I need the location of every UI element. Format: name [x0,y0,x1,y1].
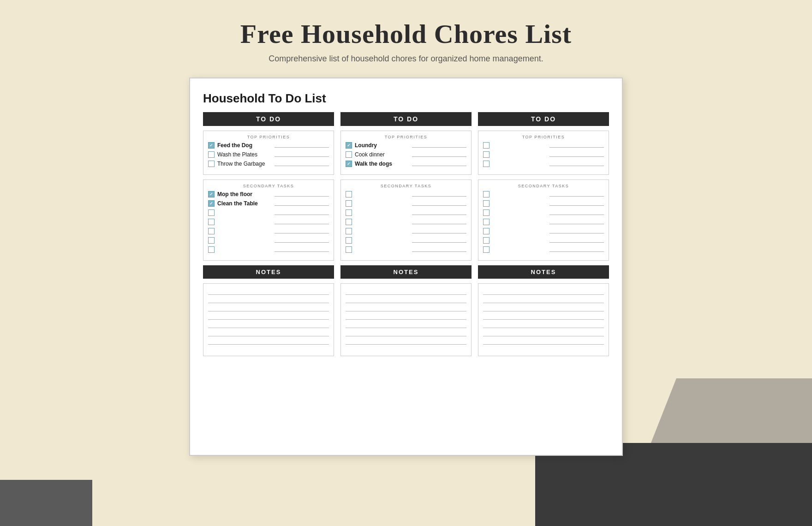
top-task-item-3-2[interactable] [483,151,604,158]
task-line-top-3-2 [549,156,604,157]
task-line-top-2-1 [412,147,466,148]
top-priorities-label-1: TOP PRIORITIES [208,135,329,139]
notes-line-3-5 [483,320,604,328]
task-line-sec-2-4 [412,224,466,224]
checkbox-sec-1-5[interactable] [208,228,215,234]
checkbox-top-3-1[interactable] [483,142,490,149]
sec-task-item-2-7[interactable] [346,246,466,253]
sec-task-item-3-5[interactable] [483,228,604,234]
top-task-item-3-3[interactable] [483,161,604,167]
notes-box-3[interactable] [478,283,609,356]
checkbox-sec-3-3[interactable] [483,209,490,216]
notes-line-3-8 [483,345,604,353]
checkbox-sec-3-2[interactable] [483,200,490,207]
sec-task-item-1-1[interactable]: Mop the floor [208,191,329,197]
checkbox-sec-2-3[interactable] [346,209,352,216]
task-line-top-1-3 [275,166,329,166]
top-task-item-2-2[interactable]: Cook dinner [346,151,466,158]
checkbox-top-2-3[interactable] [346,161,352,167]
notes-box-1[interactable] [203,283,334,356]
secondary-label-2: SECONDARY TASKS [346,184,466,188]
task-text-top-2-2: Cook dinner [355,151,409,158]
sec-task-item-3-6[interactable] [483,237,604,244]
notes-line-3-2 [483,295,604,303]
sec-task-item-2-5[interactable] [346,228,466,234]
sec-task-item-2-3[interactable] [346,209,466,216]
sec-task-item-1-2[interactable]: Clean the Table [208,200,329,207]
notes-box-2[interactable] [340,283,472,356]
sec-task-item-2-4[interactable] [346,219,466,225]
sec-task-item-2-2[interactable] [346,200,466,207]
checkbox-top-1-2[interactable] [208,151,215,158]
task-line-top-3-1 [549,147,604,148]
sec-task-item-1-7[interactable] [208,246,329,253]
checkbox-sec-2-6[interactable] [346,237,352,244]
checkbox-sec-1-6[interactable] [208,237,215,244]
checkbox-sec-2-5[interactable] [346,228,352,234]
task-line-top-2-3 [412,166,466,166]
notes-line-2-8 [346,345,466,353]
sec-task-item-2-1[interactable] [346,191,466,197]
sec-task-item-1-3[interactable] [208,209,329,216]
notes-line-1-1 [208,287,329,295]
notes-line-3-3 [483,303,604,311]
checkbox-top-2-2[interactable] [346,151,352,158]
top-task-item-1-1[interactable]: Feed the Dog [208,142,329,149]
sec-task-item-1-5[interactable] [208,228,329,234]
notes-line-2-1 [346,287,466,295]
checkbox-sec-1-4[interactable] [208,219,215,225]
task-line-top-3-3 [549,166,604,166]
checkbox-sec-2-4[interactable] [346,219,352,225]
sec-task-item-3-1[interactable] [483,191,604,197]
task-line-sec-1-1 [275,196,329,197]
task-line-sec-2-5 [412,233,466,233]
checkbox-top-3-3[interactable] [483,161,490,167]
checkbox-sec-1-2[interactable] [208,200,215,207]
notes-line-1-7 [208,336,329,345]
checkbox-top-3-2[interactable] [483,151,490,158]
checkbox-sec-3-1[interactable] [483,191,490,197]
checkbox-sec-2-2[interactable] [346,200,352,207]
top-task-item-2-1[interactable]: Loundry [346,142,466,149]
checkbox-sec-1-7[interactable] [208,246,215,253]
sec-task-item-3-2[interactable] [483,200,604,207]
checkbox-sec-3-4[interactable] [483,219,490,225]
checkbox-sec-2-7[interactable] [346,246,352,253]
checkbox-top-1-1[interactable] [208,142,215,149]
checkbox-sec-3-6[interactable] [483,237,490,244]
task-line-sec-2-6 [412,242,466,243]
sec-task-item-3-3[interactable] [483,209,604,216]
task-line-sec-1-7 [275,251,329,252]
top-task-item-1-2[interactable]: Wash the Plates [208,151,329,158]
checkbox-sec-2-1[interactable] [346,191,352,197]
checkbox-sec-1-1[interactable] [208,191,215,197]
task-line-sec-1-2 [275,205,329,206]
sec-task-item-3-7[interactable] [483,246,604,253]
sec-task-item-1-6[interactable] [208,237,329,244]
checkbox-top-2-1[interactable] [346,142,352,149]
top-task-item-3-1[interactable] [483,142,604,149]
notes-line-2-6 [346,328,466,336]
notes-line-3-4 [483,311,604,320]
task-text-top-1-2: Wash the Plates [217,151,272,158]
todo-header-3: TO DO [478,112,609,126]
columns-grid: TO DOTOP PRIORITIESFeed the DogWash the … [203,112,609,356]
notes-header-3: NOTES [478,265,609,279]
notes-line-2-5 [346,320,466,328]
checkbox-sec-1-3[interactable] [208,209,215,216]
top-task-item-2-3[interactable]: Walk the dogs [346,161,466,167]
sec-task-item-3-4[interactable] [483,219,604,225]
top-priorities-box-3: TOP PRIORITIES [478,131,609,175]
checkbox-top-1-3[interactable] [208,161,215,167]
top-priorities-box-2: TOP PRIORITIESLoundryCook dinnerWalk the… [340,131,472,175]
sec-task-item-2-6[interactable] [346,237,466,244]
sec-task-item-1-4[interactable] [208,219,329,225]
checkbox-sec-3-5[interactable] [483,228,490,234]
task-line-sec-3-6 [549,242,604,243]
task-line-sec-2-1 [412,196,466,197]
checkbox-sec-3-7[interactable] [483,246,490,253]
task-line-sec-1-5 [275,233,329,233]
task-line-sec-3-4 [549,224,604,224]
task-text-top-2-1: Loundry [355,142,409,149]
top-task-item-1-3[interactable]: Throw the Garbage [208,161,329,167]
